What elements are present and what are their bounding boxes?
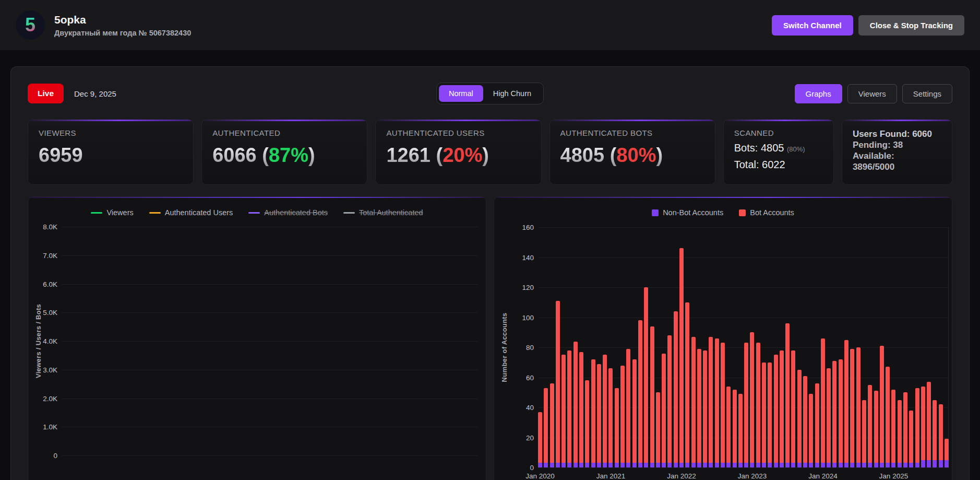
accounts-chart-legend: Non-Bot Accounts Bot Accounts — [494, 208, 952, 217]
bot-accounts-bar — [898, 400, 902, 463]
non-bot-accounts-bar — [933, 460, 937, 467]
close-stop-tracking-button[interactable]: Close & Stop Tracking — [858, 15, 964, 36]
card-value: 4805 (80%) — [560, 144, 704, 167]
non-bot-accounts-bar — [891, 463, 895, 467]
accounts-chart-plot: 020406080100120140160Jan 2020Jan 2021Jan… — [538, 227, 949, 467]
bot-accounts-bar — [544, 388, 548, 463]
bar-month-35 — [744, 343, 748, 467]
bar-month-39 — [768, 362, 772, 467]
bar-month-9 — [591, 359, 595, 467]
card-pct: 20% — [443, 144, 482, 166]
bot-accounts-bar — [738, 394, 743, 463]
x-tick-label: Jan 2021 — [596, 472, 626, 480]
scanned-total-line: Total: 6022 — [734, 159, 823, 171]
non-bot-accounts-bar — [573, 463, 578, 467]
non-bot-accounts-bar — [726, 463, 731, 467]
accounts-chart-ylabel: Number of Accounts — [500, 313, 508, 382]
card-accent — [550, 120, 715, 121]
tab-settings[interactable]: Settings — [902, 84, 952, 103]
legend-item-non-bot-accounts[interactable]: Non-Bot Accounts — [652, 208, 723, 217]
bot-accounts-bar — [691, 337, 696, 463]
bot-accounts-bar — [597, 364, 601, 463]
bot-accounts-bar — [933, 400, 937, 460]
legend-item-viewers[interactable]: Viewers — [91, 208, 133, 217]
total-auth-line-swatch — [343, 212, 355, 214]
bar-month-7 — [579, 352, 583, 467]
bot-accounts-bar — [744, 343, 748, 463]
card-authenticated-users: AUTHENTICATED USERS 1261 (20%) — [375, 119, 541, 185]
non-bot-accounts-bar — [638, 463, 642, 467]
bar-month-41 — [780, 350, 784, 467]
bot-accounts-bar — [608, 368, 613, 463]
legend-item-total-authenticated[interactable]: Total Authenticated — [343, 208, 423, 217]
bot-accounts-bar — [703, 350, 707, 463]
non-bot-accounts-bar — [915, 463, 919, 467]
mode-toggle: Normal High Churn — [436, 83, 544, 104]
card-label: AUTHENTICATED BOTS — [560, 128, 704, 137]
bot-accounts-bar — [685, 302, 689, 463]
toolbar: Live Dec 9, 2025 Normal High Churn Graph… — [28, 81, 952, 106]
live-status-badge: Live — [28, 84, 64, 103]
auth-users-line-swatch — [149, 212, 161, 214]
gridline: 6.0K — [62, 284, 477, 285]
card-value: 1261 (20%) — [386, 144, 530, 167]
bot-accounts-bar — [839, 359, 843, 463]
non-bot-accounts-bar — [939, 460, 943, 467]
bar-month-11 — [603, 355, 607, 467]
y-tick-label: 60 — [510, 374, 534, 382]
bar-month-50 — [832, 361, 836, 467]
non-bot-accounts-bar — [608, 463, 613, 467]
bar-month-20 — [656, 392, 660, 467]
legend-item-bot-accounts[interactable]: Bot Accounts — [739, 208, 794, 217]
non-bot-accounts-bar — [591, 463, 595, 467]
bot-accounts-bar — [579, 352, 583, 463]
bot-accounts-bar — [891, 390, 895, 463]
non-bot-accounts-bar — [839, 463, 843, 467]
non-bot-accounts-bar — [868, 463, 872, 467]
non-bot-accounts-bar — [626, 463, 630, 467]
bot-swatch — [739, 209, 746, 216]
bar-month-59 — [886, 367, 890, 467]
bot-accounts-bar — [750, 332, 754, 463]
y-tick-label: 0 — [510, 464, 534, 472]
scanned-bots-line: Bots: 4805 (80%) — [734, 142, 823, 154]
bot-accounts-bar — [797, 370, 802, 463]
bar-month-27 — [697, 349, 701, 467]
bot-accounts-bar — [880, 346, 884, 463]
bar-month-48 — [821, 338, 825, 467]
bar-month-19 — [650, 326, 654, 467]
gridline: 1.0K — [62, 427, 477, 427]
bot-accounts-bar — [538, 412, 542, 463]
non-bot-accounts-bar — [768, 463, 772, 467]
channel-subtitle: Двукратный мем года № 5067382430 — [54, 29, 191, 37]
non-bot-accounts-bar — [744, 463, 748, 467]
non-bot-accounts-bar — [550, 463, 554, 467]
bar-month-36 — [750, 332, 754, 467]
mode-high-churn-button[interactable]: High Churn — [483, 85, 541, 102]
bot-accounts-bar — [644, 287, 648, 463]
auth-bots-line-swatch — [248, 212, 260, 214]
y-tick-label: 5.0K — [33, 309, 57, 317]
bar-month-30 — [715, 338, 719, 467]
bar-month-47 — [815, 383, 819, 467]
legend-item-authenticated-bots[interactable]: Authenticated Bots — [248, 208, 328, 217]
card-value: 6959 — [39, 144, 183, 167]
non-bot-accounts-bar — [733, 463, 737, 467]
bar-month-55 — [862, 400, 866, 467]
tab-graphs[interactable]: Graphs — [795, 84, 842, 103]
bot-accounts-bar — [945, 439, 949, 460]
switch-channel-button[interactable]: Switch Channel — [772, 15, 853, 36]
non-bot-accounts-bar — [674, 463, 678, 467]
card-pct: 80% — [616, 144, 656, 166]
non-bot-accounts-bar — [561, 463, 566, 467]
available-label-line: Available: — [853, 150, 941, 161]
mode-normal-button[interactable]: Normal — [439, 85, 483, 102]
bot-accounts-bar — [709, 337, 713, 463]
main-panel: Live Dec 9, 2025 Normal High Churn Graph… — [10, 66, 970, 480]
pending-line: Pending: 38 — [853, 139, 941, 150]
bot-accounts-bar — [844, 340, 848, 463]
non-bot-accounts-bar — [603, 463, 607, 467]
bot-accounts-bar — [550, 383, 554, 463]
tab-viewers[interactable]: Viewers — [847, 84, 897, 103]
legend-item-authenticated-users[interactable]: Authenticated Users — [149, 208, 233, 217]
